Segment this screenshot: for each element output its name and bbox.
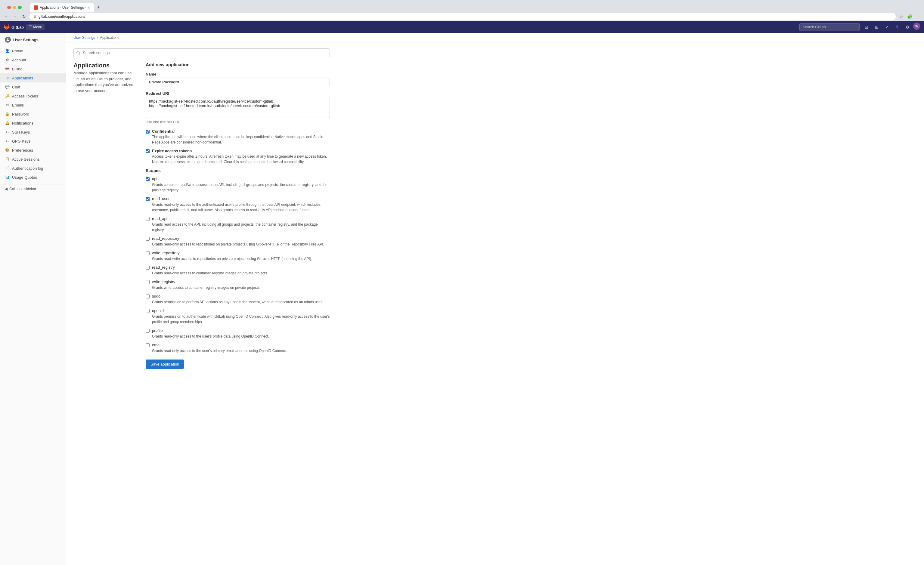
- scope-checkbox-read_user[interactable]: [146, 197, 150, 201]
- active-tab[interactable]: Applications · User Settings · ×: [30, 3, 94, 12]
- account-icon: ⚙: [5, 57, 10, 62]
- sidebar-item-auth-log[interactable]: 📄 Authentication log: [0, 164, 66, 173]
- scope-checkbox-api[interactable]: [146, 177, 150, 181]
- nav-help-icon[interactable]: ?: [893, 22, 902, 31]
- traffic-light-minimize[interactable]: [13, 6, 16, 9]
- scope-check-profile: profile: [146, 328, 330, 333]
- scope-item-write_registry: write_registry Grants write access to co…: [146, 279, 330, 290]
- save-application-button[interactable]: Save application: [146, 360, 184, 369]
- more-icon[interactable]: ⋮: [914, 13, 922, 20]
- sidebar-item-billing[interactable]: 💳 Billing: [0, 64, 66, 73]
- reload-button[interactable]: ↻: [21, 13, 28, 20]
- page-description: Manage applications that can use GitLab …: [74, 70, 134, 94]
- redirect-uri-textarea[interactable]: [146, 97, 330, 118]
- scope-name-read_repository[interactable]: read_repository: [152, 236, 179, 241]
- sidebar-item-ssh-keys[interactable]: 🗝 SSH Keys: [0, 127, 66, 136]
- gitlab-logo[interactable]: GitLab: [4, 24, 24, 30]
- sidebar-item-label-active-sessions: Active Sessions: [12, 157, 40, 162]
- scope-checkbox-write_repository[interactable]: [146, 251, 150, 255]
- scope-checkbox-profile[interactable]: [146, 329, 150, 333]
- sidebar-header-title: User Settings: [13, 37, 39, 42]
- scope-name-email[interactable]: email: [152, 343, 161, 347]
- sidebar-item-usage-quotas[interactable]: 📊 Usage Quotas: [0, 173, 66, 182]
- scope-name-write_registry[interactable]: write_registry: [152, 279, 175, 284]
- scope-checkbox-read_registry[interactable]: [146, 266, 150, 270]
- sidebar-item-notifications[interactable]: 🔔 Notifications: [0, 118, 66, 127]
- password-icon: 🔒: [5, 112, 10, 117]
- extensions-icon[interactable]: 🧩: [906, 13, 913, 20]
- sidebar-item-emails[interactable]: ✉ Emails: [0, 100, 66, 109]
- scope-item-write_repository: write_repository Grants read-write acces…: [146, 250, 330, 261]
- scope-desc-openid: Grants permission to authenticate with G…: [152, 314, 330, 325]
- traffic-light-maximize[interactable]: [18, 6, 22, 9]
- expire-tokens-checkbox[interactable]: [146, 149, 150, 153]
- confidential-checkbox[interactable]: [146, 130, 150, 133]
- user-avatar[interactable]: W: [913, 22, 920, 30]
- scope-checkbox-sudo[interactable]: [146, 295, 150, 298]
- sidebar-item-password[interactable]: 🔒 Password: [0, 109, 66, 118]
- scope-checkbox-email[interactable]: [146, 343, 150, 347]
- scope-item-read_repository: read_repository Grants read-only access …: [146, 236, 330, 247]
- content-area: Applications Manage applications that ca…: [66, 42, 337, 375]
- confidential-label[interactable]: Confidential: [152, 129, 175, 133]
- tab-close-button[interactable]: ×: [88, 5, 90, 10]
- forward-button[interactable]: →: [11, 13, 19, 20]
- traffic-light-close[interactable]: [7, 6, 11, 9]
- sidebar-item-applications[interactable]: ⊞ Applications: [0, 73, 66, 82]
- expire-tokens-check-content: Expire access tokens Access tokens expir…: [152, 148, 330, 165]
- expire-tokens-label[interactable]: Expire access tokens: [152, 148, 192, 153]
- sidebar-item-account[interactable]: ⚙ Account: [0, 55, 66, 64]
- scope-name-read_registry[interactable]: read_registry: [152, 265, 175, 270]
- scope-name-read_user[interactable]: read_user: [152, 196, 170, 201]
- scopes-section: Scopes api Grants complete read/write ac…: [146, 168, 330, 354]
- scope-checkbox-openid[interactable]: [146, 309, 150, 313]
- sidebar-item-label-gpg-keys: GPG Keys: [12, 139, 30, 144]
- bookmark-icon[interactable]: ☆: [897, 13, 905, 20]
- sidebar-item-label-auth-log: Authentication log: [12, 166, 43, 171]
- traffic-lights: [4, 4, 25, 9]
- scope-item-read_api: read_api Grants read access to the API, …: [146, 216, 330, 232]
- address-bar[interactable]: 🔒 gitlab.com/oauth/applications: [30, 13, 896, 21]
- scopes-list: api Grants complete read/write access to…: [146, 177, 330, 354]
- name-field-group: Name: [146, 72, 330, 86]
- sidebar-item-label-ssh-keys: SSH Keys: [12, 130, 30, 135]
- sidebar-item-active-sessions[interactable]: 📋 Active Sessions: [0, 154, 66, 164]
- name-input[interactable]: [146, 78, 330, 86]
- settings-search-input[interactable]: [74, 48, 330, 57]
- nav-issues-icon[interactable]: ⊡: [862, 22, 871, 31]
- breadcrumb-parent[interactable]: User Settings: [74, 36, 95, 40]
- expire-tokens-field-group: Expire access tokens Access tokens expir…: [146, 148, 330, 165]
- scope-checkbox-write_registry[interactable]: [146, 280, 150, 284]
- global-search-input[interactable]: [800, 23, 860, 31]
- scope-name-read_api[interactable]: read_api: [152, 216, 167, 221]
- browser-chrome: Applications · User Settings · × + ← → ↻…: [0, 0, 924, 21]
- sidebar-item-label-account: Account: [12, 58, 26, 62]
- nav-settings-icon[interactable]: ⚙: [903, 22, 912, 31]
- browser-toolbar: ← → ↻ 🔒 gitlab.com/oauth/applications ☆ …: [0, 12, 924, 21]
- scope-name-write_repository[interactable]: write_repository: [152, 250, 180, 255]
- back-button[interactable]: ←: [2, 13, 10, 20]
- sidebar-item-access-tokens[interactable]: 🔑 Access Tokens: [0, 91, 66, 100]
- scope-checkbox-read_repository[interactable]: [146, 237, 150, 241]
- nav-mr-icon[interactable]: ⊞: [872, 22, 881, 31]
- sidebar-item-profile[interactable]: 👤 Profile: [0, 46, 66, 55]
- nav-todo-icon[interactable]: ✓: [882, 22, 891, 31]
- scope-checkbox-read_api[interactable]: [146, 217, 150, 221]
- page-title: Applications: [74, 62, 134, 69]
- sidebar-item-preferences[interactable]: 🎨 Preferences: [0, 145, 66, 154]
- scope-name-profile[interactable]: profile: [152, 328, 162, 333]
- scope-check-email: email: [146, 343, 330, 347]
- sidebar-item-chat[interactable]: 💬 Chat: [0, 82, 66, 91]
- toolbar-icons: ☆ 🧩 ⋮: [897, 13, 922, 20]
- collapse-sidebar-button[interactable]: ◀ Collapse sidebar: [0, 184, 66, 193]
- scope-name-openid[interactable]: openid: [152, 309, 164, 313]
- scope-name-sudo[interactable]: sudo: [152, 294, 160, 298]
- applications-icon: ⊞: [5, 75, 10, 80]
- menu-button[interactable]: ☰ Menu: [26, 24, 45, 30]
- scope-name-api[interactable]: api: [152, 177, 157, 181]
- new-tab-button[interactable]: +: [94, 3, 103, 11]
- app-layout: User Settings 👤 Profile ⚙ Account 💳 Bill…: [0, 33, 924, 565]
- collapse-label: Collapse sidebar: [9, 187, 36, 191]
- sidebar-item-gpg-keys[interactable]: 🗝 GPG Keys: [0, 136, 66, 145]
- scope-item-read_registry: read_registry Grants read-only access to…: [146, 265, 330, 276]
